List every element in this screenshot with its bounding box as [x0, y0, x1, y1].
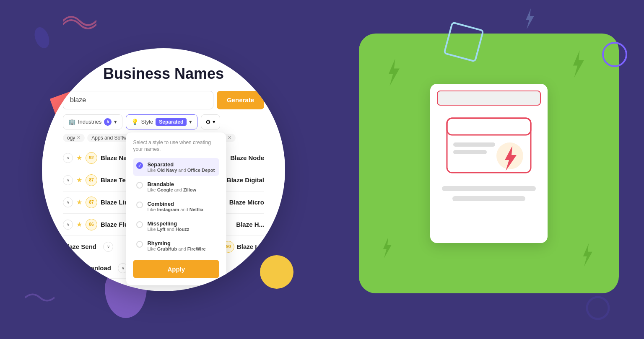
radio-misspelling [136, 221, 143, 228]
extra-filters-button[interactable]: ⚙ ▾ [201, 114, 220, 129]
option-desc-combined: Like Instagram and Netflix [147, 207, 203, 212]
result-name-6: Blaze Download [63, 264, 111, 272]
option-desc-rhyming: Like GrubHub and FireWire [147, 246, 205, 251]
tag-remove[interactable]: ✕ [228, 135, 231, 140]
style-option-rhyming[interactable]: Rhyming Like GrubHub and FireWire [133, 237, 219, 255]
option-desc-misspelling: Like Lyft and Houzz [147, 227, 189, 232]
sliders-icon: ⚙ [205, 119, 211, 125]
option-desc-brandable: Like Google and Zillow [147, 187, 196, 192]
score-badge-2: 87 [86, 174, 97, 186]
radio-rhyming [136, 241, 143, 248]
expand-button-4[interactable]: ∨ [63, 220, 73, 230]
radio-combined [136, 202, 143, 208]
star-icon-2[interactable]: ★ [76, 176, 82, 184]
green-card [359, 34, 619, 293]
result-name-5: Blaze Send [63, 243, 96, 250]
style-dropdown: 💡 Style Separated ▾ Select a style to us… [126, 114, 197, 129]
svg-point-0 [34, 25, 52, 50]
style-label: Style [141, 119, 153, 125]
style-option-separated[interactable]: Separated Like Old Navy and Office Depot [133, 158, 219, 176]
result-left-4: ∨ ★ 86 Blaze Flux [63, 219, 132, 230]
deco-circle-outline [602, 42, 627, 67]
industries-label: Industries [78, 119, 101, 125]
style-bulb-icon: 💡 [131, 119, 138, 125]
style-dropdown-panel: Select a style to use when creating your… [126, 132, 226, 286]
app-mockup [430, 84, 548, 243]
result-name-right-2: Blaze Digital [227, 176, 264, 184]
score-badge-1: 92 [86, 152, 97, 164]
result-name-right-3: Blaze Micro [229, 199, 264, 206]
option-name-rhyming: Rhyming [147, 240, 205, 246]
style-option-misspelling[interactable]: Misspelling Like Lyft and Houzz [133, 217, 219, 235]
search-input[interactable] [63, 91, 213, 109]
industries-badge: 5 [104, 118, 112, 126]
extra-chevron-icon: ▾ [213, 119, 216, 125]
radio-separated [136, 162, 143, 169]
score-badge-4: 86 [86, 219, 97, 230]
result-left-3: ∨ ★ 87 Blaze Link [63, 197, 132, 208]
svg-rect-9 [453, 142, 495, 147]
main-card: Business Names Generate 🏢 Industries 5 ▾… [42, 48, 285, 291]
result-left-5: Blaze Send ∨ [63, 242, 113, 252]
svg-marker-1 [526, 8, 534, 29]
industries-icon: 🏢 [68, 119, 75, 125]
option-name-separated: Separated [147, 161, 215, 168]
style-value: Separated [156, 118, 187, 126]
svg-marker-3 [389, 59, 400, 86]
result-name-right-4: Blaze H... [236, 221, 264, 228]
result-name-right-1: Blaze Node [230, 154, 264, 161]
result-right-4: Blaze H... [236, 221, 264, 228]
industries-filter-button[interactable]: 🏢 Industries 5 ▾ [63, 114, 122, 129]
deco-yellow-circle [260, 255, 293, 289]
score-badge-3: 87 [86, 197, 97, 208]
generate-button[interactable]: Generate [217, 91, 264, 109]
svg-marker-6 [583, 243, 592, 267]
expand-button-2[interactable]: ∨ [63, 175, 73, 185]
expand-button-1[interactable]: ∨ [63, 153, 73, 163]
apply-button[interactable]: Apply [133, 260, 219, 278]
result-right-1: Blaze Node [230, 154, 264, 161]
option-name-misspelling: Misspelling [147, 220, 189, 227]
expand-button-5[interactable]: ∨ [103, 242, 113, 252]
page-title: Business Names [63, 65, 264, 83]
option-name-brandable: Brandable [147, 181, 196, 187]
style-chevron-icon: ▾ [189, 119, 192, 125]
svg-rect-10 [453, 150, 487, 154]
svg-marker-5 [383, 237, 392, 258]
expand-button-3[interactable]: ∨ [63, 197, 73, 207]
tag-ogy: ogy ✕ [63, 134, 85, 142]
tag-label: ogy [67, 135, 75, 141]
dropdown-description: Select a style to use when creating your… [133, 139, 219, 153]
svg-point-2 [587, 297, 609, 319]
star-icon-1[interactable]: ★ [76, 154, 82, 162]
result-left-1: ∨ ★ 92 Blaze Nano [63, 152, 135, 164]
style-option-combined[interactable]: Combined Like Instagram and Netflix [133, 197, 219, 215]
filter-row: 🏢 Industries 5 ▾ 💡 Style Separated ▾ Sel… [63, 114, 264, 129]
option-name-combined: Combined [147, 201, 203, 207]
star-icon-4[interactable]: ★ [76, 220, 82, 228]
svg-marker-4 [573, 50, 584, 78]
result-right-3: Blaze Micro [229, 199, 264, 206]
style-filter-button[interactable]: 💡 Style Separated ▾ [126, 114, 197, 129]
search-bar: Generate [63, 91, 264, 109]
industries-chevron-icon: ▾ [114, 119, 117, 125]
result-name-right-5: Blaze L... [237, 243, 264, 250]
radio-brandable [136, 182, 143, 189]
star-icon-3[interactable]: ★ [76, 198, 82, 206]
result-right-2: Blaze Digital [227, 176, 264, 184]
style-option-brandable[interactable]: Brandable Like Google and Zillow [133, 178, 219, 196]
tag-remove[interactable]: ✕ [77, 135, 80, 140]
option-desc-separated: Like Old Navy and Office Depot [147, 168, 215, 173]
